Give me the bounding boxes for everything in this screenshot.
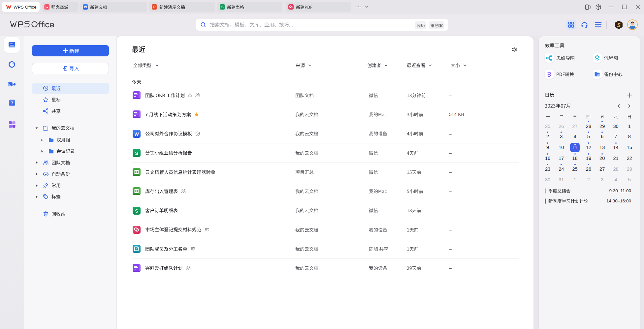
svg-text:7: 7 bbox=[11, 101, 13, 105]
svg-text:S: S bbox=[221, 5, 224, 9]
svg-text:S: S bbox=[135, 150, 138, 156]
svg-text:S: S bbox=[135, 208, 138, 213]
svg-text:S: S bbox=[617, 22, 621, 28]
svg-text:P: P bbox=[153, 5, 156, 9]
svg-text:W: W bbox=[134, 131, 139, 136]
svg-text:W: W bbox=[84, 5, 87, 9]
